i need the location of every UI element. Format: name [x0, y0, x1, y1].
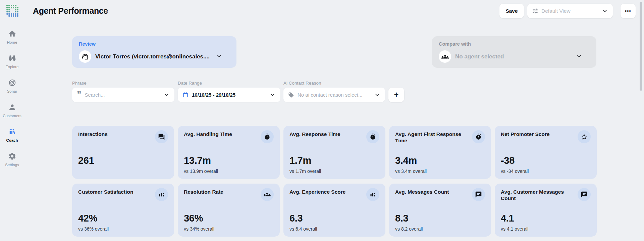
add-filter-button[interactable]: + — [388, 88, 404, 102]
metric-title: Interactions — [78, 131, 108, 138]
metric-value: 42% — [78, 213, 168, 224]
metric-value: -38 — [501, 155, 591, 166]
tag-icon — [288, 92, 294, 98]
review-label: Review — [79, 41, 230, 47]
people-group-icon — [261, 188, 274, 201]
phrase-input[interactable]: ” Search... — [72, 88, 174, 102]
stopwatch-icon — [472, 130, 485, 143]
metric-subtitle — [78, 168, 168, 174]
sidebar-item-label: Customers — [3, 114, 21, 118]
metrics-grid: Interactions261Avg. Handling Time13.7mvs… — [72, 126, 597, 237]
metric-subtitle: vs 36% overall — [78, 226, 168, 232]
bar-chart-icon — [366, 188, 379, 201]
app-logo-icon[interactable] — [6, 4, 19, 17]
metric-title: Avg. Customer Messages Count — [501, 189, 568, 202]
people-group-icon — [441, 53, 449, 60]
ai-contact-reason-placeholder: No ai contact reason select... — [298, 92, 371, 98]
metric-subtitle: vs 13.9m overall — [184, 168, 274, 174]
metric-card: Interactions261 — [72, 126, 174, 179]
quote-icon: ” — [77, 93, 82, 98]
person-icon — [8, 103, 16, 111]
page-title: Agent Performance — [33, 6, 108, 16]
metric-card: Avg. Customer Messages Count4.1vs 4.1 ov… — [495, 184, 597, 237]
metric-title: Net Promoter Score — [501, 131, 550, 138]
chevron-down-icon — [269, 92, 276, 98]
metric-value: 3.4m — [395, 155, 485, 166]
metric-title: Resolution Rate — [184, 189, 223, 195]
support-agent-icon — [82, 53, 89, 60]
calendar-icon — [182, 92, 189, 98]
metric-title: Avg. Agent First Response Time — [395, 131, 462, 144]
metric-card: Net Promoter Score-38vs -34 overall — [495, 126, 597, 179]
metric-subtitle: vs 4.1 overall — [501, 226, 591, 232]
sidebar-item-sonar[interactable]: Sonar — [0, 79, 24, 93]
chevron-down-icon — [216, 53, 222, 60]
binoculars-icon — [8, 54, 16, 62]
metric-value: 6.3 — [289, 213, 379, 224]
sidebar: HomeExploreSonarCustomersCoachSettings — [0, 22, 24, 241]
more-options-button[interactable]: ••• — [621, 4, 636, 18]
sidebar-item-label: Coach — [6, 138, 18, 142]
agent-selector[interactable]: Victor Torres (victor.torres@onlinesales… — [79, 50, 230, 63]
metric-card: Avg. Messages Count8.3vs 8.2 overall — [389, 184, 491, 237]
sidebar-item-label: Home — [7, 40, 17, 44]
phrase-label: Phrase — [72, 81, 87, 86]
sidebar-item-label: Settings — [5, 163, 19, 167]
metric-card: Avg. Handling Time13.7mvs 13.9m overall — [178, 126, 280, 179]
compare-avatar — [439, 50, 451, 63]
agent-avatar — [79, 50, 91, 63]
metric-title: Avg. Response Time — [289, 131, 340, 138]
metric-title: Avg. Experience Score — [289, 189, 345, 195]
metric-card: Resolution Rate36%vs 34% overall — [178, 184, 280, 237]
view-selector[interactable]: Default View — [527, 4, 613, 18]
save-button[interactable]: Save — [499, 4, 524, 18]
view-selector-placeholder: Default View — [541, 8, 599, 14]
metric-value: 1.7m — [289, 155, 379, 166]
metric-title: Avg. Handling Time — [184, 131, 232, 138]
metric-value: 36% — [184, 213, 274, 224]
compare-placeholder: No agent selected — [455, 53, 504, 60]
metric-value: 261 — [78, 155, 168, 166]
sidebar-item-coach[interactable]: Coach — [0, 128, 24, 142]
metric-value: 4.1 — [501, 213, 591, 224]
header: Agent Performance Save Default View ••• — [0, 0, 644, 22]
selected-agent-name: Victor Torres (victor.torres@onlinesales… — [95, 53, 210, 60]
chevron-down-icon — [374, 92, 380, 98]
metric-subtitle: vs 34% overall — [184, 226, 274, 232]
stopwatch-icon — [366, 130, 379, 143]
metric-value: 13.7m — [184, 155, 274, 166]
sidebar-item-explore[interactable]: Explore — [0, 54, 24, 69]
star-icon — [578, 130, 591, 143]
speech-bubble-icon — [578, 188, 591, 201]
sidebar-item-home[interactable]: Home — [0, 30, 24, 44]
bar-chart-icon — [155, 188, 168, 201]
metric-card: Avg. Response Time1.7mvs 1.7m overall — [283, 126, 385, 179]
vertical-scrollbar[interactable] — [640, 2, 642, 91]
metric-subtitle: vs -34 overall — [501, 168, 591, 174]
date-range-label: Date Range — [178, 81, 202, 86]
compare-agent-selector[interactable]: No agent selected — [439, 50, 590, 63]
chevron-down-icon — [602, 8, 608, 14]
home-icon — [8, 30, 16, 38]
sidebar-item-customers[interactable]: Customers — [0, 103, 24, 118]
speech-bubble-icon — [472, 188, 485, 201]
ai-contact-reason-label: Ai Contact Reason — [283, 81, 321, 86]
chevron-down-icon — [163, 92, 170, 98]
stopwatch-icon — [261, 130, 274, 143]
review-panel: Review Victor Torres (victor.torres@onli… — [72, 36, 236, 68]
sidebar-item-label: Explore — [6, 65, 19, 69]
metric-value: 8.3 — [395, 213, 485, 224]
whistle-icon — [8, 128, 16, 136]
metric-subtitle: vs 6.4 overall — [289, 226, 379, 232]
metric-card: Avg. Experience Score6.3vs 6.4 overall — [283, 184, 385, 237]
compare-panel: Compare with No agent selected — [432, 36, 596, 68]
ai-contact-reason-input[interactable]: No ai contact reason select... — [283, 88, 385, 102]
metric-title: Customer Satisfaction — [78, 189, 133, 195]
compare-label: Compare with — [439, 41, 590, 47]
phrase-placeholder: Search... — [85, 92, 160, 98]
sidebar-item-settings[interactable]: Settings — [0, 152, 24, 167]
date-range-input[interactable]: 16/10/25 - 29/10/25 — [178, 88, 280, 102]
date-range-value: 16/10/25 - 29/10/25 — [192, 92, 266, 98]
metric-subtitle: vs 1.7m overall — [289, 168, 379, 174]
target-icon — [8, 79, 16, 87]
